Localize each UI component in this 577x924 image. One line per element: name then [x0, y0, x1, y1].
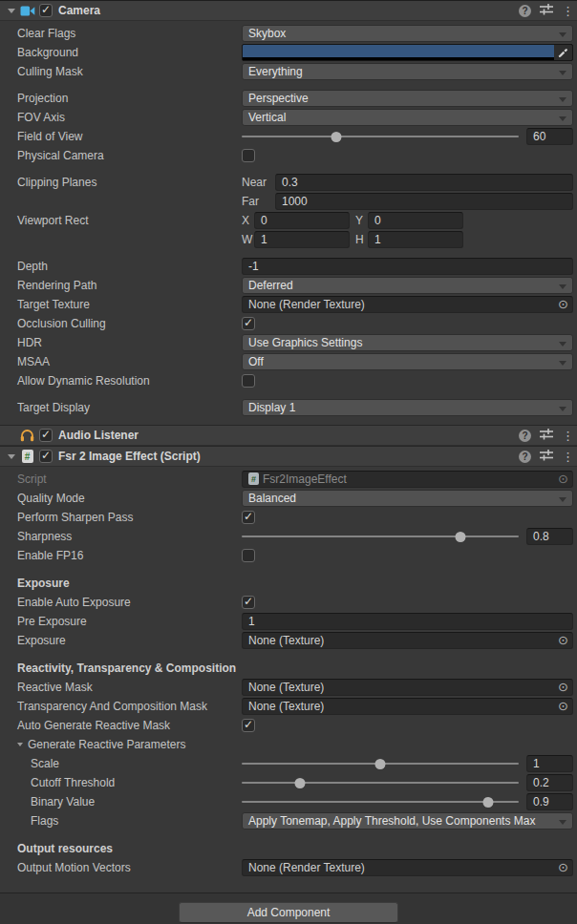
object-picker-icon[interactable]: ⊙: [558, 681, 568, 693]
scale-slider[interactable]: [242, 755, 519, 772]
msaa-dropdown[interactable]: Off: [242, 353, 573, 370]
slider-track[interactable]: [242, 782, 519, 784]
object-picker-icon[interactable]: ⊙: [558, 472, 568, 485]
cutoff-threshold-slider[interactable]: [242, 774, 519, 791]
slider-handle[interactable]: [456, 532, 466, 542]
presets-icon[interactable]: [540, 449, 553, 464]
fsr2-component-body: Script # Fsr2ImageEffect ⊙ Quality Mode …: [0, 467, 577, 885]
rendering-path-dropdown[interactable]: Deferred: [242, 277, 573, 294]
cutoff-threshold-value-input[interactable]: 0.2: [526, 774, 573, 791]
exposure-label: Exposure: [0, 634, 242, 647]
slider-track[interactable]: [242, 136, 519, 137]
hdr-label: HDR: [0, 336, 242, 349]
flags-row: Flags Apply Tonemap, Apply Threshold, Us…: [0, 811, 577, 830]
fsr2-component-title: Fsr 2 Image Effect (Script): [58, 450, 519, 463]
target-texture-object-field[interactable]: None (Render Texture)⊙: [242, 296, 573, 313]
field-of-view-value-input[interactable]: 60: [526, 128, 573, 145]
occlusion-culling-checkbox[interactable]: [242, 317, 255, 330]
viewport-h-input[interactable]: 1: [368, 231, 463, 248]
target-display-dropdown[interactable]: Display 1: [242, 399, 573, 416]
projection-dropdown[interactable]: Perspective: [242, 90, 573, 107]
kebab-menu-icon[interactable]: ⋮: [562, 451, 569, 463]
depth-label: Depth: [0, 260, 242, 273]
msaa-row: MSAA Off: [0, 352, 577, 371]
object-picker-icon[interactable]: ⊙: [558, 700, 568, 712]
foldout-expanded-icon[interactable]: [8, 454, 15, 459]
perform-sharpen-pass-checkbox[interactable]: [242, 511, 255, 524]
viewport-w-input[interactable]: 1: [254, 231, 350, 248]
viewport-x-input[interactable]: 0: [254, 212, 350, 229]
kebab-menu-icon[interactable]: ⋮: [562, 430, 569, 442]
allow-dynamic-resolution-row: Allow Dynamic Resolution: [0, 371, 577, 390]
object-picker-icon[interactable]: ⊙: [558, 298, 568, 310]
quality-mode-dropdown[interactable]: Balanced: [242, 490, 573, 507]
reactive-mask-object-field[interactable]: None (Texture)⊙: [242, 679, 573, 696]
slider-track[interactable]: [242, 801, 519, 803]
generate-reactive-parameters-foldout[interactable]: Generate Reactive Parameters: [0, 738, 242, 751]
add-component-button[interactable]: Add Component: [179, 902, 398, 923]
near-input[interactable]: 0.3: [275, 174, 573, 191]
auto-generate-reactive-mask-checkbox[interactable]: [242, 719, 255, 732]
presets-icon[interactable]: [540, 3, 553, 18]
flags-dropdown[interactable]: Apply Tonemap, Apply Threshold, Use Comp…: [242, 812, 573, 830]
target-display-row: Target Display Display 1: [0, 398, 577, 417]
output-motion-vectors-object-field[interactable]: None (Render Texture)⊙: [242, 859, 573, 876]
x-label: X: [242, 214, 254, 227]
background-color-swatch[interactable]: [243, 45, 554, 57]
foldout-expanded-icon[interactable]: [8, 9, 15, 13]
culling-mask-row: Culling Mask Everything: [0, 62, 577, 81]
output-section-row: Output resources: [0, 839, 577, 858]
sharpness-value-input[interactable]: 0.8: [526, 528, 573, 545]
kebab-menu-icon[interactable]: ⋮: [562, 5, 569, 17]
fsr2-component-header[interactable]: # Fsr 2 Image Effect (Script) ? ⋮: [0, 446, 577, 467]
far-input[interactable]: 1000: [275, 193, 573, 210]
slider-handle[interactable]: [294, 778, 305, 788]
slider-handle[interactable]: [483, 797, 494, 808]
object-picker-icon[interactable]: ⊙: [558, 861, 568, 873]
pre-exposure-input[interactable]: 1: [242, 613, 573, 630]
slider-handle[interactable]: [375, 759, 386, 769]
viewport-y-input[interactable]: 0: [368, 212, 463, 229]
script-object-field[interactable]: # Fsr2ImageEffect ⊙: [242, 471, 573, 488]
fsr2-enabled-checkbox[interactable]: [39, 450, 53, 463]
hdr-dropdown[interactable]: Use Graphics Settings: [242, 334, 573, 351]
audio-listener-enabled-checkbox[interactable]: [39, 429, 53, 442]
field-of-view-slider[interactable]: [242, 128, 519, 145]
sharpness-slider[interactable]: [242, 528, 519, 545]
object-picker-icon[interactable]: ⊙: [558, 634, 568, 646]
eyedropper-icon[interactable]: [554, 45, 572, 60]
foldout-expanded-icon[interactable]: [17, 743, 23, 746]
camera-enabled-checkbox[interactable]: [39, 4, 53, 17]
binary-value-slider[interactable]: [242, 793, 519, 810]
physical-camera-checkbox[interactable]: [242, 149, 255, 162]
fov-axis-dropdown[interactable]: Vertical: [242, 109, 573, 126]
culling-mask-dropdown[interactable]: Everything: [242, 63, 573, 80]
w-label: W: [242, 233, 254, 246]
depth-input[interactable]: -1: [242, 258, 573, 275]
background-row: Background: [0, 43, 577, 62]
presets-icon[interactable]: [540, 428, 553, 443]
enable-auto-exposure-checkbox[interactable]: [242, 596, 255, 609]
help-icon[interactable]: ?: [519, 430, 531, 442]
output-motion-vectors-label: Output Motion Vectors: [0, 861, 242, 874]
audio-listener-component-header[interactable]: Audio Listener ? ⋮: [0, 425, 577, 446]
allow-dynamic-resolution-checkbox[interactable]: [242, 374, 255, 388]
occlusion-culling-row: Occlusion Culling: [0, 314, 577, 333]
cutoff-threshold-row: Cutoff Threshold 0.2: [0, 773, 577, 792]
hdr-row: HDR Use Graphics Settings: [0, 333, 577, 352]
field-of-view-row: Field of View 60: [0, 127, 577, 146]
background-color-field[interactable]: [242, 44, 573, 61]
clear-flags-dropdown[interactable]: Skybox: [242, 25, 573, 42]
binary-value-value-input[interactable]: 0.9: [526, 793, 573, 810]
enable-fp16-checkbox[interactable]: [242, 549, 255, 562]
script-label: Script: [0, 472, 242, 486]
exposure-object-field[interactable]: None (Texture)⊙: [242, 632, 573, 649]
slider-handle[interactable]: [331, 132, 341, 142]
scale-value-input[interactable]: 1: [526, 755, 573, 772]
slider-track[interactable]: [242, 536, 519, 537]
camera-component-header[interactable]: Camera ? ⋮: [0, 0, 577, 21]
help-icon[interactable]: ?: [519, 451, 531, 463]
help-icon[interactable]: ?: [519, 5, 531, 17]
binary-value-row: Binary Value 0.9: [0, 792, 577, 811]
transparency-mask-object-field[interactable]: None (Texture)⊙: [242, 698, 573, 715]
